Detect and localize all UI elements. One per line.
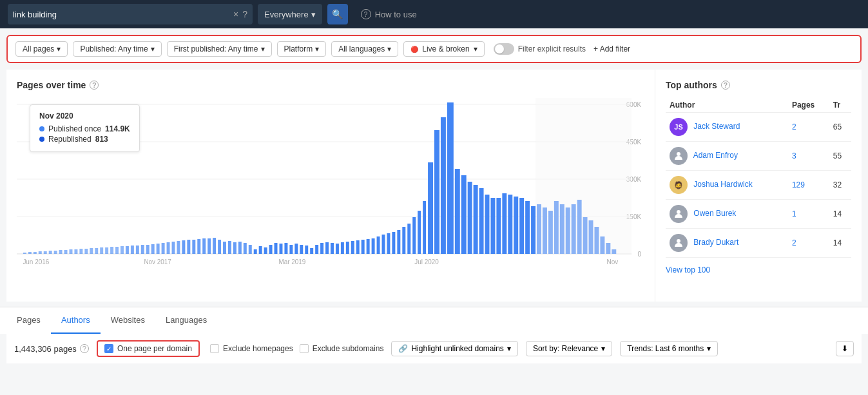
top-authors-panel: Top authors ? Author Pages Tr JS Jack St… (655, 70, 862, 302)
top-bar: × ? Everywhere ▾ 🔍 ? How to use (0, 0, 868, 28)
svg-rect-103 (485, 195, 490, 254)
author-name-cell: Brady Dukart (666, 229, 788, 258)
svg-text:Nov: Nov (606, 258, 618, 265)
svg-rect-53 (218, 240, 221, 254)
author-link[interactable]: Brady Dukart (693, 238, 738, 247)
first-published-label: First published: Any time (174, 44, 258, 53)
top-authors-help-icon[interactable]: ? (721, 81, 730, 90)
svg-rect-46 (182, 240, 185, 254)
tab-pages[interactable]: Pages (6, 307, 51, 334)
tab-websites[interactable]: Websites (101, 307, 155, 334)
bottom-toolbar: 1,443,306 pages ? ✓ One page per domain … (6, 334, 862, 363)
svg-rect-81 (362, 240, 365, 254)
tabs-bar: Pages Authors Websites Languages (0, 307, 868, 334)
svg-rect-48 (192, 240, 195, 254)
everywhere-label: Everywhere (264, 10, 309, 19)
link-icon: 🔗 (398, 344, 408, 353)
svg-rect-100 (468, 182, 472, 254)
table-row: Adam Enfroy 3 55 (666, 142, 851, 171)
exclude-subdomains-checkbox[interactable]: Exclude subdomains (300, 344, 384, 353)
live-broken-label: Live & broken (422, 44, 469, 53)
svg-text:Nov 2017: Nov 2017 (144, 258, 171, 265)
svg-rect-45 (177, 241, 180, 254)
author-link[interactable]: Owen Burek (693, 209, 736, 218)
svg-rect-20 (49, 251, 52, 254)
top-authors-title: Top authors (666, 80, 717, 90)
published-label: Published: Any time (80, 44, 148, 53)
add-filter-button[interactable]: + Add filter (593, 44, 630, 53)
highlight-unlinked-button[interactable]: 🔗 Highlight unlinked domains ▾ (391, 341, 517, 356)
svg-rect-50 (202, 238, 206, 254)
author-pages-cell: 129 (788, 171, 829, 200)
platform-filter[interactable]: Platform ▾ (277, 41, 327, 57)
tooltip-republished-value: 813 (95, 135, 108, 144)
search-submit-button[interactable]: 🔍 (327, 4, 348, 24)
live-broken-chevron-icon: ▾ (474, 44, 477, 53)
svg-rect-88 (397, 230, 400, 254)
author-name-cell: Owen Burek (666, 200, 788, 229)
download-button[interactable]: ⬇ (836, 341, 854, 356)
svg-rect-31 (105, 247, 108, 254)
toggle-switch[interactable] (494, 43, 514, 55)
filter-explicit-toggle[interactable]: Filter explicit results (494, 43, 586, 55)
table-row: Brady Dukart 2 14 (666, 229, 851, 258)
search-input[interactable] (13, 10, 229, 19)
chart-help-icon[interactable]: ? (90, 81, 99, 90)
pages-count-help-icon[interactable]: ? (80, 344, 89, 353)
svg-point-127 (677, 152, 680, 156)
exclude-subdomains-label: Exclude subdomains (313, 344, 384, 353)
how-to-use-button[interactable]: ? How to use (361, 9, 417, 19)
author-avatar (670, 205, 688, 223)
svg-rect-30 (100, 247, 103, 254)
svg-rect-96 (441, 117, 446, 254)
svg-rect-29 (95, 248, 98, 254)
how-to-use-label: How to use (375, 10, 417, 19)
one-page-per-domain-checkbox[interactable]: ✓ One page per domain (104, 344, 192, 353)
svg-rect-71 (310, 248, 313, 254)
filter-explicit-label: Filter explicit results (518, 44, 586, 53)
svg-text:Jul 2020: Jul 2020 (414, 258, 439, 265)
exclude-homepages-checkbox[interactable]: Exclude homepages (210, 344, 293, 353)
sort-by-button[interactable]: Sort by: Relevance ▾ (526, 341, 612, 356)
svg-rect-105 (496, 198, 501, 254)
svg-rect-17 (34, 252, 37, 254)
svg-rect-61 (259, 246, 262, 254)
trends-chevron-icon: ▾ (707, 344, 711, 353)
author-link[interactable]: Joshua Hardwick (693, 180, 752, 189)
svg-rect-87 (392, 232, 395, 254)
first-published-filter[interactable]: First published: Any time ▾ (167, 41, 272, 57)
svg-point-129 (677, 239, 680, 243)
unchecked-icon-2 (300, 344, 309, 353)
everywhere-button[interactable]: Everywhere ▾ (258, 4, 322, 24)
published-filter[interactable]: Published: Any time ▾ (73, 41, 161, 57)
pages-count-label: 1,443,306 pages ? (14, 344, 89, 354)
everywhere-chevron-icon: ▾ (311, 10, 316, 19)
trends-button[interactable]: Trends: Last 6 months ▾ (620, 341, 718, 356)
author-link[interactable]: Jack Steward (693, 122, 740, 131)
search-help-button[interactable]: ? (242, 9, 247, 19)
search-clear-button[interactable]: × (233, 9, 238, 19)
author-name-cell: Adam Enfroy (666, 142, 788, 171)
toggle-knob (495, 44, 504, 53)
svg-rect-82 (367, 239, 370, 254)
live-broken-filter[interactable]: 🔴 Live & broken ▾ (403, 41, 484, 57)
pages-count-value: 1,443,306 pages (14, 344, 77, 354)
tab-languages[interactable]: Languages (155, 307, 217, 334)
svg-rect-109 (519, 198, 524, 254)
svg-rect-43 (167, 242, 170, 254)
table-row: 🧔 Joshua Hardwick 129 32 (666, 171, 851, 200)
svg-rect-27 (84, 249, 88, 254)
tooltip-republished-label: Republished (48, 135, 92, 144)
highlight-chevron-icon: ▾ (507, 344, 511, 353)
svg-rect-41 (157, 244, 160, 254)
author-link[interactable]: Adam Enfroy (693, 151, 738, 160)
how-to-use-help-icon: ? (361, 9, 371, 19)
all-pages-filter[interactable]: All pages ▾ (15, 41, 68, 57)
author-col-header: Author (666, 98, 788, 113)
tab-authors[interactable]: Authors (51, 307, 101, 334)
all-languages-filter[interactable]: All languages ▾ (331, 41, 398, 57)
tooltip-published-once-label: Published once (48, 124, 101, 133)
highlight-unlinked-label: Highlight unlinked domains (411, 344, 503, 353)
svg-rect-16 (28, 252, 32, 254)
view-top-100-link[interactable]: View top 100 (666, 265, 851, 275)
